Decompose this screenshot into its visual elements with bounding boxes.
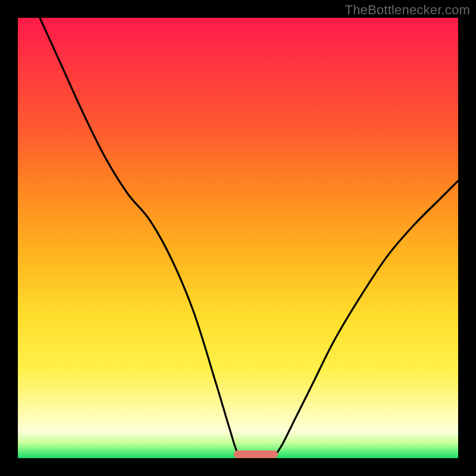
watermark-text: TheBottlenecker.com — [345, 2, 470, 18]
curve-path — [40, 18, 458, 458]
bottleneck-curve — [18, 18, 458, 458]
plot-area — [18, 18, 458, 458]
chart-frame: TheBottlenecker.com — [0, 0, 476, 476]
optimal-range-marker — [234, 450, 278, 458]
